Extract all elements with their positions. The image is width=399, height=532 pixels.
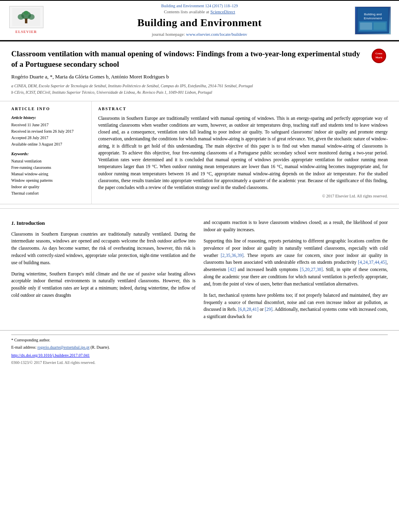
article-info-column: ARTICLE INFO Article history: Received 1… — [11, 101, 92, 204]
authors-line: Rogério Duarte a, *, Maria da Glória Gom… — [11, 73, 365, 80]
main-col-right: and occupants reaction is to leave class… — [204, 219, 388, 325]
ref-link-3[interactable]: [42] — [228, 267, 236, 272]
page-footer: * Corresponding author. E-mail address: … — [0, 330, 399, 370]
article-abstract-column: ABSTRACT Classrooms in Southern Europe a… — [92, 101, 388, 204]
footer-doi: http://dx.doi.org/10.1016/j.buildenv.201… — [11, 353, 388, 358]
keyword-6: Thermal comfort — [11, 191, 86, 196]
article-body-header: ARTICLE INFO Article history: Received 1… — [0, 101, 399, 205]
journal-header: ELSEVIER Building and Environment 124 (2… — [0, 0, 399, 40]
accepted-date: Accepted 28 July 2017 — [11, 135, 86, 141]
received-date: Received 11 June 2017 — [11, 122, 86, 128]
copyright-line: © 2017 Elsevier Ltd. All rights reserved… — [98, 193, 388, 199]
keyword-4: Window opening patterns — [11, 178, 86, 183]
keyword-2: Free-running classrooms — [11, 165, 86, 170]
section1-paragraph3: and occupants reaction is to leave class… — [204, 219, 388, 234]
page: ELSEVIER Building and Environment 124 (2… — [0, 0, 399, 532]
svg-text:Environment: Environment — [364, 16, 383, 20]
keyword-1: Natural ventilation — [11, 158, 86, 164]
journal-homepage: journal homepage: www.elsevier.com/locat… — [44, 31, 355, 37]
crossmark-icon: CrossMark — [372, 49, 386, 63]
article-history-label: Article history: — [11, 115, 86, 121]
main-col-left: 1. Introduction Classrooms in Southern E… — [11, 219, 195, 325]
affiliation-b: b CEris, ICIST, DECivil, Instituto Super… — [11, 90, 365, 95]
received-revised-date: Received in revised form 26 July 2017 — [11, 129, 86, 134]
email-person: (R. Duarte). — [90, 345, 110, 349]
journal-ref: Building and Environment 124 (2017) 118–… — [44, 3, 355, 9]
article-title-text: Classroom ventilation with manual openin… — [11, 49, 365, 96]
svg-text:Building and: Building and — [364, 12, 382, 16]
svg-point-5 — [24, 11, 29, 15]
section-divider — [0, 208, 399, 209]
svg-point-3 — [28, 14, 35, 20]
svg-rect-11 — [360, 23, 372, 30]
sciencedirect-link[interactable]: ScienceDirect — [210, 9, 235, 14]
footer-issn: 0360-1323/© 2017 Elsevier Ltd. All right… — [11, 360, 388, 366]
available-date: Available online 3 August 2017 — [11, 142, 86, 147]
journal-title: Building and Environment — [44, 16, 355, 30]
article-title: Classroom ventilation with manual openin… — [11, 49, 365, 69]
abstract-header: ABSTRACT — [98, 106, 388, 112]
journal-image-right: Building and Environment — [355, 6, 391, 35]
contents-available: Contents lists available at ScienceDirec… — [44, 9, 355, 15]
ref-link-5[interactable]: [6,8,28,41] — [238, 307, 259, 312]
ref-link-2[interactable]: [4,24,37,44,45] — [358, 260, 387, 265]
elsevier-logo-image — [9, 6, 43, 28]
section1-paragraph5: In fact, mechanical systems have problem… — [204, 292, 388, 320]
svg-rect-12 — [374, 23, 386, 30]
homepage-link[interactable]: www.elsevier.com/locate/buildenv — [186, 32, 247, 37]
article-info-header: ARTICLE INFO — [11, 106, 86, 112]
ref-link-6[interactable]: [29] — [265, 307, 272, 312]
footer-email: E-mail address: rogerio.duarte@estsetuba… — [11, 345, 388, 350]
article-title-area: Classroom ventilation with manual openin… — [0, 41, 399, 101]
abstract-text: Classrooms in Southern Europe are tradit… — [98, 115, 388, 191]
section1-paragraph1: Classrooms in Southern European countrie… — [11, 231, 195, 267]
elsevier-logo: ELSEVIER — [8, 6, 44, 35]
elsevier-label: ELSEVIER — [15, 29, 37, 35]
keyword-3: Manual window-airing — [11, 171, 86, 177]
journal-header-center: Building and Environment 124 (2017) 118–… — [44, 3, 355, 37]
section1-paragraph4: Supporting this line of reasoning, repor… — [204, 238, 388, 288]
section1-paragraph2: During wintertime, Southern Europe's mil… — [11, 271, 195, 299]
svg-point-2 — [18, 14, 24, 20]
section1-title: Introduction — [16, 220, 45, 226]
email-link[interactable]: rogerio.duarte@estsetubal.ips.pt — [37, 345, 89, 349]
keywords-label: Keywords: — [11, 151, 86, 157]
section1-number: 1. — [11, 220, 15, 226]
doi-link[interactable]: http://dx.doi.org/10.1016/j.buildenv.201… — [11, 353, 90, 357]
crossmark-badge: CrossMark — [372, 49, 388, 65]
main-content: 1. Introduction Classrooms in Southern E… — [0, 213, 399, 325]
affiliation-a: a CINEA, DEM, Escola Superior de Tecnolo… — [11, 83, 365, 89]
svg-rect-4 — [25, 18, 27, 23]
keyword-5: Indoor air quality — [11, 184, 86, 190]
ref-link-4[interactable]: [5,20,27,38] — [300, 267, 323, 272]
ref-link-1[interactable]: [2,35,36,39] — [221, 253, 244, 258]
corresponding-author-label: * Corresponding author. — [11, 337, 388, 343]
section1-heading: 1. Introduction — [11, 219, 195, 227]
